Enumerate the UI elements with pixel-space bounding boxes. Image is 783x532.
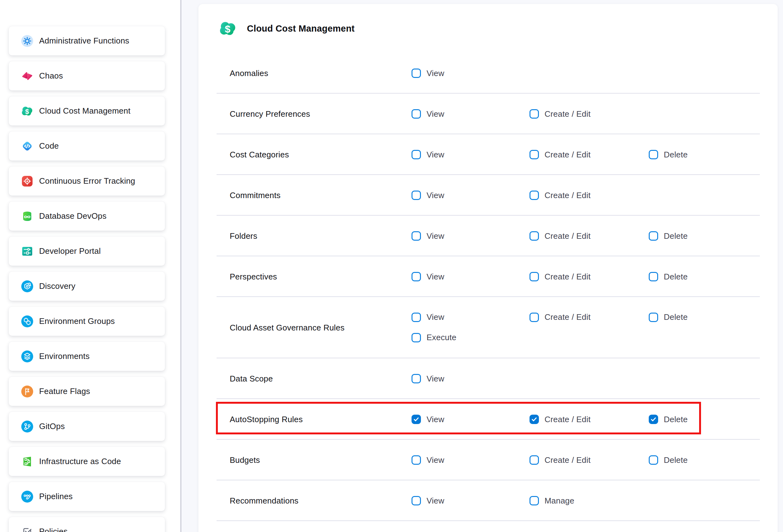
- create-edit-checkbox[interactable]: [530, 272, 539, 281]
- sidebar-item-administrative-functions[interactable]: Administrative Functions: [9, 26, 165, 55]
- create-edit-checkbox[interactable]: [530, 191, 539, 200]
- permission-row-cloud-asset-governance-rules: Cloud Asset Governance Rules View Execut…: [198, 297, 778, 358]
- create-edit-checkbox[interactable]: [530, 109, 539, 119]
- resource-label: Cloud Asset Governance Rules: [230, 323, 411, 333]
- permission-label: Manage: [544, 496, 574, 506]
- create-edit-checkbox[interactable]: [530, 150, 539, 159]
- main-panel: $ Cloud Cost Management Anomalies View C…: [181, 0, 783, 532]
- environments-icon: [21, 350, 33, 363]
- permission-col-3: Delete: [649, 272, 778, 282]
- sidebar-item-environment-groups[interactable]: Environment Groups: [9, 307, 165, 336]
- sidebar-item-chaos[interactable]: Chaos: [9, 61, 165, 90]
- view-checkbox[interactable]: [411, 272, 421, 281]
- sidebar-item-gitops[interactable]: GitOps: [9, 412, 165, 441]
- permission-col-3: Delete: [649, 231, 778, 241]
- permission-label: View: [427, 191, 444, 200]
- resource-label: AutoStopping Rules: [230, 415, 411, 424]
- resource-label: Data Scope: [230, 374, 411, 384]
- view-checkbox[interactable]: [411, 496, 421, 505]
- permission-col-3: Delete: [649, 415, 778, 424]
- permission-label: View: [427, 455, 444, 465]
- manage-checkbox[interactable]: [530, 496, 539, 505]
- sidebar-item-developer-portal[interactable]: Developer Portal: [9, 237, 165, 266]
- permission-label: View: [427, 272, 444, 282]
- sidebar-item-policies[interactable]: Policies: [9, 517, 165, 532]
- delete-checkbox[interactable]: [649, 231, 658, 241]
- view-checkbox[interactable]: [411, 150, 421, 159]
- view-checkbox[interactable]: [411, 109, 421, 119]
- sidebar-item-code[interactable]: Code: [9, 131, 165, 160]
- permission-option-view: View: [411, 272, 530, 282]
- permission-label: Create / Edit: [544, 109, 591, 119]
- view-checkbox[interactable]: [411, 68, 421, 78]
- permission-label: View: [427, 150, 444, 160]
- sidebar-item-cloud-cost-management[interactable]: $ Cloud Cost Management: [9, 96, 165, 125]
- view-checkbox[interactable]: [411, 231, 421, 241]
- sidebar-item-pipelines[interactable]: Pipelines: [9, 482, 165, 511]
- delete-checkbox[interactable]: [649, 415, 658, 424]
- permission-col-2: Create / Edit: [530, 272, 649, 282]
- create-edit-checkbox[interactable]: [530, 231, 539, 241]
- resource-label: Perspectives: [230, 272, 411, 282]
- create-edit-checkbox[interactable]: [530, 415, 539, 424]
- sidebar-item-discovery[interactable]: Discovery: [9, 272, 165, 301]
- resource-label: Anomalies: [230, 68, 411, 78]
- module-sidebar: Administrative Functions Chaos $ Cloud C…: [0, 0, 181, 532]
- resource-label: Recommendations: [230, 496, 411, 506]
- permission-col-1: View: [411, 68, 530, 78]
- gear-icon: [21, 35, 33, 47]
- sidebar-item-feature-flags[interactable]: Feature Flags: [9, 377, 165, 406]
- permissions-card: $ Cloud Cost Management Anomalies View C…: [198, 4, 778, 532]
- resource-label: Commitments: [230, 191, 411, 200]
- view-checkbox[interactable]: [411, 313, 421, 322]
- permission-option-create-edit: Create / Edit: [530, 312, 649, 322]
- permission-col-1: View: [411, 272, 530, 282]
- infrastructure-as-code-icon: [21, 456, 33, 468]
- sidebar-item-label: Feature Flags: [39, 386, 90, 396]
- permission-row-cost-categories: Cost Categories View Create / Edit Delet…: [198, 134, 778, 175]
- permission-label: View: [427, 374, 444, 384]
- check-icon: [650, 416, 657, 423]
- permission-row-budgets: Budgets View Create / Edit Delete: [198, 440, 778, 480]
- sidebar-item-label: Environments: [39, 351, 90, 361]
- permission-col-3: Delete: [649, 455, 778, 465]
- create-edit-checkbox[interactable]: [530, 313, 539, 322]
- error-tracking-icon: [21, 175, 33, 187]
- view-checkbox[interactable]: [411, 455, 421, 465]
- view-checkbox[interactable]: [411, 415, 421, 424]
- permission-option-view: View: [411, 415, 530, 424]
- sidebar-item-environments[interactable]: Environments: [9, 342, 165, 371]
- permission-col-2: Create / Edit: [530, 455, 649, 465]
- permission-label: Create / Edit: [544, 455, 591, 465]
- gitops-icon: [21, 420, 33, 433]
- view-checkbox[interactable]: [411, 374, 421, 383]
- sidebar-item-label: Pipelines: [39, 492, 72, 501]
- permission-row-recommendations: Recommendations View Manage: [198, 480, 778, 521]
- permission-row-autostopping-rules: AutoStopping Rules View Create / Edit De…: [198, 399, 778, 440]
- permission-label: View: [427, 312, 444, 322]
- sidebar-item-infrastructure-as-code[interactable]: Infrastructure as Code: [9, 447, 165, 476]
- permission-option-view: View: [411, 455, 530, 465]
- sidebar-item-database-devops[interactable]: Database DevOps: [9, 201, 165, 231]
- permission-label: Create / Edit: [544, 191, 591, 200]
- permission-col-1: View Execute: [411, 297, 530, 342]
- delete-checkbox[interactable]: [649, 150, 658, 159]
- developer-portal-icon: [21, 245, 33, 257]
- sidebar-item-label: Continuous Error Tracking: [39, 176, 135, 186]
- view-checkbox[interactable]: [411, 191, 421, 200]
- check-icon: [531, 416, 537, 423]
- permission-option-create-edit: Create / Edit: [530, 150, 649, 160]
- delete-checkbox[interactable]: [649, 272, 658, 281]
- execute-checkbox[interactable]: [411, 333, 421, 342]
- permission-option-create-edit: Create / Edit: [530, 455, 649, 465]
- code-icon: [21, 140, 33, 152]
- sidebar-item-label: Database DevOps: [39, 211, 106, 221]
- sidebar-item-continuous-error-tracking[interactable]: Continuous Error Tracking: [9, 166, 165, 196]
- permission-label: Delete: [664, 231, 688, 241]
- check-icon: [413, 416, 419, 423]
- create-edit-checkbox[interactable]: [530, 455, 539, 465]
- delete-checkbox[interactable]: [649, 313, 658, 322]
- permission-option-execute: Execute: [411, 333, 530, 342]
- delete-checkbox[interactable]: [649, 455, 658, 465]
- permission-option-delete: Delete: [649, 415, 778, 424]
